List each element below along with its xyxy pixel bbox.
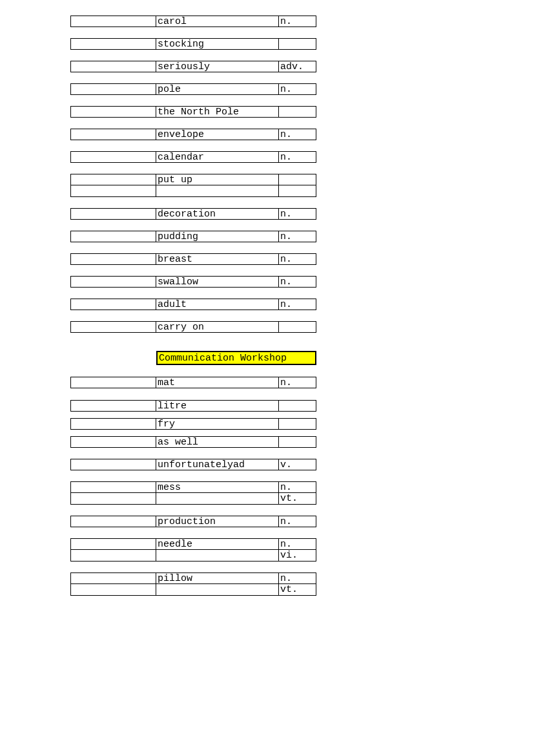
table-row: unfortunatelyadv. <box>70 459 534 470</box>
vocab-entry: put up <box>70 174 534 197</box>
cell-col1 <box>70 481 156 493</box>
cell-word <box>156 584 279 596</box>
cell-col1 <box>70 16 156 27</box>
cell-col1 <box>70 185 156 197</box>
cell-pos: n. <box>279 516 316 527</box>
cell-word: stocking <box>156 38 279 50</box>
table-row: needlen. <box>70 538 534 550</box>
cell-word: calendar <box>156 151 279 163</box>
cell-pos <box>279 185 316 197</box>
vocab-entry: stocking <box>70 38 534 50</box>
vocab-entry: adultn. <box>70 299 534 310</box>
cell-word: production <box>156 516 279 527</box>
vocab-entry: decorationn. <box>70 208 534 220</box>
vocab-entry: needlen.vi. <box>70 538 534 562</box>
table-row: fry <box>70 418 534 430</box>
cell-col1 <box>70 38 156 50</box>
cell-word: carol <box>156 16 279 27</box>
vocab-entry: polen. <box>70 83 534 95</box>
cell-word <box>156 185 279 197</box>
vocab-entry: envelopen. <box>70 129 534 140</box>
cell-col1 <box>70 400 156 412</box>
cell-word: decoration <box>156 208 279 220</box>
table-row: the North Pole <box>70 106 534 118</box>
cell-col1 <box>70 299 156 310</box>
table-row: stocking <box>70 38 534 50</box>
cell-word: carry on <box>156 321 279 333</box>
vocab-entry: puddingn. <box>70 231 534 242</box>
cell-word <box>156 493 279 505</box>
cell-col1 <box>70 584 156 596</box>
table-row: adultn. <box>70 299 534 310</box>
cell-col1 <box>70 493 156 505</box>
cell-pos <box>279 321 316 333</box>
cell-word: unfortunatelyad <box>156 459 279 470</box>
vocab-entry: swallown. <box>70 276 534 288</box>
cell-word: envelope <box>156 129 279 140</box>
cell-pos: adv. <box>279 61 316 72</box>
vocab-list-2: matn.litrefryas wellunfortunatelyadv.mes… <box>0 377 534 596</box>
cell-pos: vi. <box>279 550 316 562</box>
cell-word: put up <box>156 174 279 185</box>
table-row: breastn. <box>70 253 534 265</box>
cell-word: pole <box>156 83 279 95</box>
cell-col1 <box>70 208 156 220</box>
section-heading: Communication Workshop <box>156 351 316 365</box>
cell-pos: vt. <box>279 493 316 505</box>
vocab-list-1: caroln.stockingseriouslyadv.polen.the No… <box>0 16 534 333</box>
vocab-entry: fry <box>70 418 534 430</box>
cell-col1 <box>70 106 156 118</box>
page: caroln.stockingseriouslyadv.polen.the No… <box>0 0 534 756</box>
cell-pos: n. <box>279 16 316 27</box>
cell-word <box>156 550 279 562</box>
cell-word: the North Pole <box>156 106 279 118</box>
table-row: caroln. <box>70 16 534 27</box>
cell-pos: n. <box>279 231 316 242</box>
cell-pos: n. <box>279 129 316 140</box>
cell-word: fry <box>156 418 279 430</box>
cell-word: mat <box>156 377 279 388</box>
vocab-entry: productionn. <box>70 516 534 527</box>
cell-col1 <box>70 276 156 288</box>
vocab-entry: litre <box>70 400 534 412</box>
table-row <box>70 185 534 197</box>
table-row: as well <box>70 436 534 448</box>
cell-word: swallow <box>156 276 279 288</box>
vocab-entry: pillown.vt. <box>70 572 534 596</box>
cell-pos: n. <box>279 253 316 265</box>
table-row: litre <box>70 400 534 412</box>
cell-pos <box>279 436 316 448</box>
cell-pos: n. <box>279 83 316 95</box>
cell-col1 <box>70 459 156 470</box>
cell-col1 <box>70 516 156 527</box>
table-row: carry on <box>70 321 534 333</box>
cell-word: pudding <box>156 231 279 242</box>
cell-pos: vt. <box>279 584 316 596</box>
cell-word: as well <box>156 436 279 448</box>
cell-pos: v. <box>279 459 316 470</box>
cell-col1 <box>70 231 156 242</box>
vocab-entry: carry on <box>70 321 534 333</box>
cell-col1 <box>70 151 156 163</box>
table-row: envelopen. <box>70 129 534 140</box>
cell-pos: n. <box>279 481 316 493</box>
cell-word: seriously <box>156 61 279 72</box>
cell-col1 <box>70 174 156 185</box>
cell-pos: n. <box>279 538 316 550</box>
vocab-entry: as well <box>70 436 534 448</box>
vocab-entry: matn. <box>70 377 534 388</box>
cell-pos: n. <box>279 151 316 163</box>
cell-col1 <box>70 129 156 140</box>
cell-col1 <box>70 61 156 72</box>
cell-pos: n. <box>279 299 316 310</box>
table-row: seriouslyadv. <box>70 61 534 72</box>
cell-word: adult <box>156 299 279 310</box>
cell-col1 <box>70 436 156 448</box>
cell-pos <box>279 174 316 185</box>
cell-col1 <box>70 321 156 333</box>
table-row: pillown. <box>70 572 534 584</box>
vocab-entry: unfortunatelyadv. <box>70 459 534 470</box>
table-row: vt. <box>70 493 534 505</box>
cell-pos: n. <box>279 572 316 584</box>
cell-pos: n. <box>279 276 316 288</box>
